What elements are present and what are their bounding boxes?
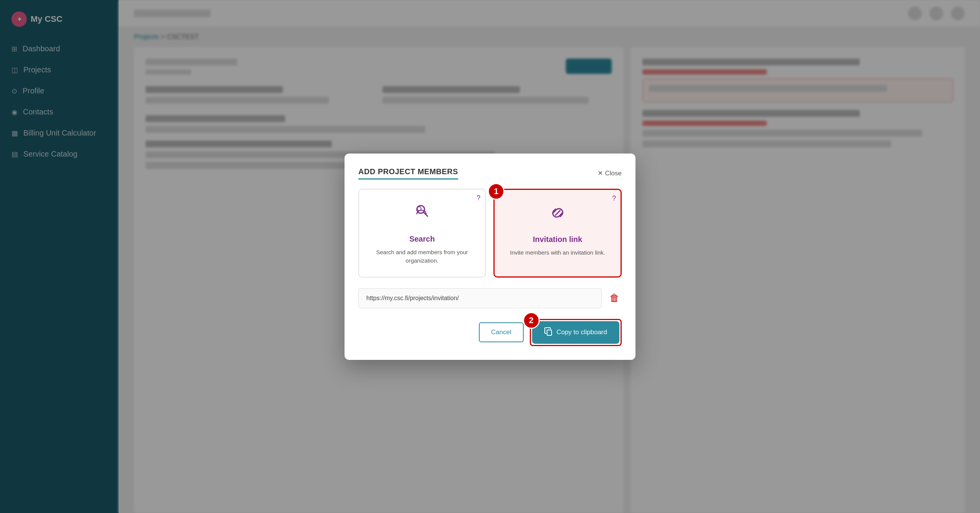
search-card[interactable]: ? Search Search and add members from you…: [358, 189, 486, 278]
delete-invitation-button[interactable]: 🗑: [607, 290, 622, 306]
invitation-card-description: Invite members with an invitation link.: [510, 248, 605, 257]
invitation-row: 🗑: [358, 288, 622, 308]
invitation-card-icon: [546, 201, 569, 229]
copy-to-clipboard-button[interactable]: Copy to clipboard: [532, 321, 619, 344]
modal-overlay: ADD PROJECT MEMBERS ✕ Close ?: [0, 0, 980, 513]
search-card-description: Search and add members from your organiz…: [368, 248, 476, 265]
search-card-icon: [411, 201, 434, 229]
app-layout: ✦ My CSC ⊞ Dashboard ◫ Projects ⊙ Profil…: [0, 0, 980, 513]
svg-rect-5: [547, 330, 552, 335]
svg-line-4: [555, 211, 560, 215]
search-card-title: Search: [409, 235, 435, 243]
trash-icon: 🗑: [609, 292, 619, 304]
modal-footer: Cancel 2 Copy to clipboard: [358, 319, 622, 346]
copy-icon: [544, 327, 553, 338]
modal-header: ADD PROJECT MEMBERS ✕ Close: [358, 167, 622, 180]
modal-title: ADD PROJECT MEMBERS: [358, 167, 458, 180]
invitation-card-title: Invitation link: [533, 235, 582, 244]
search-help-icon[interactable]: ?: [477, 194, 480, 202]
step1-badge: 1: [488, 183, 505, 200]
invitation-card[interactable]: 1 ? Invitation link Invite members with …: [493, 189, 622, 278]
invitation-url-input[interactable]: [358, 288, 602, 308]
invitation-help-icon[interactable]: ?: [612, 194, 616, 203]
cards-container: ? Search Search and add members from you…: [358, 189, 622, 278]
copy-button-wrapper: 2 Copy to clipboard: [530, 319, 622, 346]
copy-button-label: Copy to clipboard: [557, 328, 607, 336]
modal-close-button[interactable]: ✕ Close: [598, 169, 622, 177]
close-x-icon: ✕: [598, 169, 603, 177]
step2-badge: 2: [523, 312, 540, 329]
close-label: Close: [605, 170, 622, 177]
cancel-button[interactable]: Cancel: [479, 322, 524, 342]
copy-highlight: Copy to clipboard: [530, 319, 622, 346]
modal: ADD PROJECT MEMBERS ✕ Close ?: [345, 154, 635, 360]
